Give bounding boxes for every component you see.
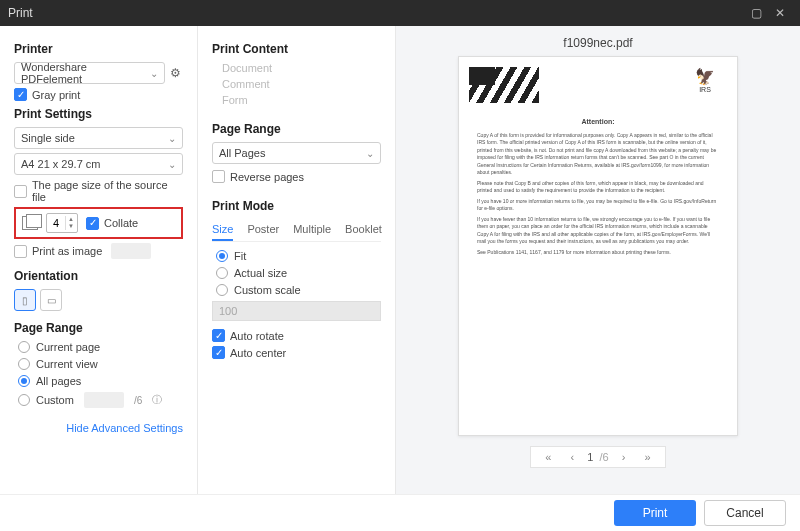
page-range-heading: Page Range [14,321,183,335]
print-mode-heading: Print Mode [212,199,381,213]
content-form-option[interactable]: Form [222,94,381,106]
printer-select-value: Wondershare PDFelement [21,61,150,85]
preview-attention-heading: Attention: [477,117,719,128]
middle-panel: Print Content Document Comment Form Page… [198,26,396,494]
tab-multiple[interactable]: Multiple [293,219,331,241]
printer-select[interactable]: Wondershare PDFelement ⌄ [14,62,165,84]
copies-collate-highlight: ▲▼ ✓ Collate [14,207,183,239]
spin-down-icon[interactable]: ▼ [68,223,74,230]
checkbox-checked-icon: ✓ [212,346,225,359]
content-document-option[interactable]: Document [222,62,381,74]
close-icon[interactable]: ✕ [768,6,792,20]
checkbox-unchecked-icon [14,245,27,258]
flag-graphic-icon [469,67,539,103]
copies-icon [22,216,38,230]
size-actual-radio[interactable]: Actual size [216,267,381,279]
copies-input[interactable] [47,217,65,229]
left-panel: Printer Wondershare PDFelement ⌄ ⚙ ✓ Gra… [0,26,198,494]
spin-up-icon[interactable]: ▲ [68,216,74,223]
printer-settings-gear-icon[interactable]: ⚙ [169,65,183,81]
auto-center-checkbox[interactable]: ✓ Auto center [212,346,381,359]
checkbox-unchecked-icon [14,185,27,198]
content-comment-option[interactable]: Comment [222,78,381,90]
preview-text: Please note that Copy B and other copies… [477,180,719,195]
print-settings-heading: Print Settings [14,107,183,121]
print-button[interactable]: Print [614,500,696,526]
size-fit-radio[interactable]: Fit [216,250,381,262]
preview-text: If you have fewer than 10 information re… [477,216,719,246]
checkbox-checked-icon: ✓ [14,88,27,101]
range-custom-radio[interactable]: Custom /6 ⓘ [18,392,183,408]
preview-page: 🦅 IRS Attention: Copy A of this form is … [458,56,738,436]
orientation-portrait-button[interactable]: ▯ [14,289,36,311]
pager-current: 1 [587,451,593,463]
checkbox-checked-icon: ✓ [86,217,99,230]
chevron-down-icon: ⌄ [168,159,176,170]
preview-filename: f1099nec.pdf [563,26,632,56]
duplex-select[interactable]: Single side ⌄ [14,127,183,149]
eagle-icon: 🦅 [695,69,715,85]
pager-last-icon[interactable]: » [639,451,657,463]
source-size-checkbox[interactable]: The page size of the source file [14,179,183,203]
maximize-icon[interactable]: ▢ [744,6,768,20]
copies-stepper[interactable]: ▲▼ [46,213,78,233]
orientation-heading: Orientation [14,269,183,283]
cancel-button[interactable]: Cancel [704,500,786,526]
custom-range-input-disabled [84,392,124,408]
range-all-pages-radio[interactable]: All pages [18,375,183,387]
paper-size-select[interactable]: A4 21 x 29.7 cm ⌄ [14,153,183,175]
size-custom-scale-radio[interactable]: Custom scale [216,284,381,296]
auto-rotate-checkbox[interactable]: ✓ Auto rotate [212,329,381,342]
orientation-landscape-button[interactable]: ▭ [40,289,62,311]
chevron-down-icon: ⌄ [366,148,374,159]
preview-pager: « ‹ 1 /6 › » [530,446,665,468]
gray-print-checkbox[interactable]: ✓ Gray print [14,88,183,101]
pager-next-icon[interactable]: › [615,451,633,463]
print-content-heading: Print Content [212,42,381,56]
checkbox-checked-icon: ✓ [212,329,225,342]
custom-range-total: /6 [134,395,142,406]
collate-checkbox[interactable]: ✓ Collate [86,217,138,230]
range-current-view-radio[interactable]: Current view [18,358,183,370]
print-as-image-checkbox[interactable]: Print as image [14,243,183,259]
tab-poster[interactable]: Poster [247,219,279,241]
tab-booklet[interactable]: Booklet [345,219,382,241]
pager-total: /6 [599,451,608,463]
dialog-title: Print [8,6,744,20]
hide-advanced-link[interactable]: Hide Advanced Settings [14,422,183,434]
title-bar: Print ▢ ✕ [0,0,800,26]
chevron-down-icon: ⌄ [168,133,176,144]
dialog-footer: Print Cancel [0,494,800,531]
checkbox-unchecked-icon [212,170,225,183]
preview-panel: f1099nec.pdf 🦅 IRS Attention: Copy A of … [396,26,800,494]
range-current-page-radio[interactable]: Current page [18,341,183,353]
reverse-pages-checkbox[interactable]: Reverse pages [212,170,381,183]
preview-text: See Publications 1141, 1167, and 1179 fo… [477,249,719,257]
irs-logo: 🦅 IRS [695,69,715,96]
printer-heading: Printer [14,42,183,56]
info-icon[interactable]: ⓘ [152,393,162,407]
print-mode-tabs: Size Poster Multiple Booklet [212,219,381,242]
print-as-image-dpi-disabled [111,243,151,259]
pager-first-icon[interactable]: « [539,451,557,463]
tab-size[interactable]: Size [212,219,233,241]
chevron-down-icon: ⌄ [150,68,158,79]
preview-text: Copy A of this form is provided for info… [477,132,719,177]
custom-scale-input-disabled: 100 [212,301,381,321]
mid-page-range-heading: Page Range [212,122,381,136]
preview-text: If you have 10 or more information retur… [477,198,719,213]
mid-range-select[interactable]: All Pages ⌄ [212,142,381,164]
pager-prev-icon[interactable]: ‹ [563,451,581,463]
